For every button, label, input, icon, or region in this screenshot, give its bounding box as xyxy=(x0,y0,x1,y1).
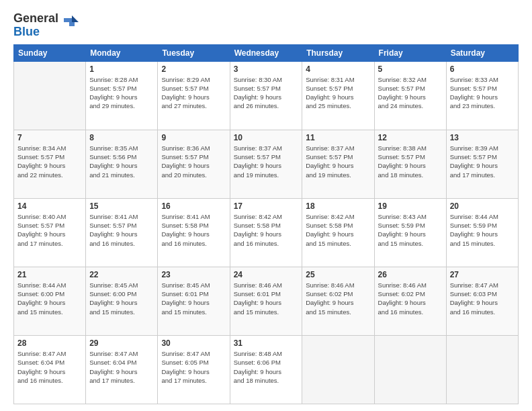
day-info: Sunrise: 8:28 AMSunset: 5:57 PMDaylight:… xyxy=(89,75,154,111)
day-info: Sunrise: 8:38 AMSunset: 5:57 PMDaylight:… xyxy=(378,144,443,179)
day-info: Sunrise: 8:34 AMSunset: 5:57 PMDaylight:… xyxy=(17,144,82,179)
day-number: 31 xyxy=(234,338,299,348)
day-info: Sunrise: 8:47 AMSunset: 6:04 PMDaylight:… xyxy=(17,349,82,385)
day-number: 25 xyxy=(306,270,370,279)
calendar-cell: 4Sunrise: 8:31 AMSunset: 5:57 PMDaylight… xyxy=(302,61,374,130)
day-info: Sunrise: 8:46 AMSunset: 6:02 PMDaylight:… xyxy=(306,281,370,316)
day-number: 11 xyxy=(306,133,370,142)
calendar-cell xyxy=(446,335,518,404)
day-number: 23 xyxy=(161,270,226,279)
day-info: Sunrise: 8:36 AMSunset: 5:57 PMDaylight:… xyxy=(161,144,226,179)
day-info: Sunrise: 8:41 AMSunset: 5:58 PMDaylight:… xyxy=(161,212,226,248)
calendar-cell: 17Sunrise: 8:42 AMSunset: 5:58 PMDayligh… xyxy=(230,198,302,267)
day-number: 26 xyxy=(378,270,443,279)
day-number: 20 xyxy=(450,201,515,211)
day-info: Sunrise: 8:42 AMSunset: 5:58 PMDaylight:… xyxy=(234,212,299,248)
day-number: 18 xyxy=(306,201,370,211)
calendar-cell xyxy=(374,335,446,404)
day-info: Sunrise: 8:41 AMSunset: 5:57 PMDaylight:… xyxy=(89,212,154,248)
day-number: 2 xyxy=(161,64,226,74)
day-info: Sunrise: 8:44 AMSunset: 5:59 PMDaylight:… xyxy=(450,212,515,248)
day-number: 8 xyxy=(89,133,154,142)
week-row-1: 7Sunrise: 8:34 AMSunset: 5:57 PMDaylight… xyxy=(14,130,519,198)
day-number: 10 xyxy=(234,133,299,142)
calendar-cell: 5Sunrise: 8:32 AMSunset: 5:57 PMDaylight… xyxy=(374,61,446,130)
day-number: 14 xyxy=(17,201,82,211)
day-number: 21 xyxy=(17,270,82,279)
calendar-cell: 6Sunrise: 8:33 AMSunset: 5:57 PMDaylight… xyxy=(446,61,518,130)
calendar-cell: 3Sunrise: 8:30 AMSunset: 5:57 PMDaylight… xyxy=(230,61,302,130)
calendar-cell: 10Sunrise: 8:37 AMSunset: 5:57 PMDayligh… xyxy=(230,130,302,198)
calendar-cell: 21Sunrise: 8:44 AMSunset: 6:00 PMDayligh… xyxy=(14,267,86,335)
calendar-cell: 15Sunrise: 8:41 AMSunset: 5:57 PMDayligh… xyxy=(86,198,158,267)
day-info: Sunrise: 8:33 AMSunset: 5:57 PMDaylight:… xyxy=(450,75,515,111)
calendar-cell: 16Sunrise: 8:41 AMSunset: 5:58 PMDayligh… xyxy=(158,198,230,267)
weekday-header-monday: Monday xyxy=(86,44,158,61)
calendar-cell: 23Sunrise: 8:45 AMSunset: 6:01 PMDayligh… xyxy=(158,267,230,335)
day-info: Sunrise: 8:44 AMSunset: 6:00 PMDaylight:… xyxy=(17,281,82,316)
calendar-cell: 7Sunrise: 8:34 AMSunset: 5:57 PMDaylight… xyxy=(14,130,86,198)
day-number: 17 xyxy=(234,201,299,211)
day-info: Sunrise: 8:42 AMSunset: 5:58 PMDaylight:… xyxy=(306,212,370,248)
calendar-cell: 29Sunrise: 8:47 AMSunset: 6:04 PMDayligh… xyxy=(86,335,158,404)
week-row-4: 28Sunrise: 8:47 AMSunset: 6:04 PMDayligh… xyxy=(14,335,519,404)
day-number: 15 xyxy=(89,201,154,211)
day-info: Sunrise: 8:47 AMSunset: 6:03 PMDaylight:… xyxy=(450,281,515,316)
calendar-cell: 25Sunrise: 8:46 AMSunset: 6:02 PMDayligh… xyxy=(302,267,374,335)
weekday-header-friday: Friday xyxy=(374,44,446,61)
day-number: 5 xyxy=(378,64,443,74)
day-number: 27 xyxy=(450,270,515,279)
day-info: Sunrise: 8:45 AMSunset: 6:01 PMDaylight:… xyxy=(161,281,226,316)
day-info: Sunrise: 8:37 AMSunset: 5:57 PMDaylight:… xyxy=(306,144,370,179)
calendar-cell: 28Sunrise: 8:47 AMSunset: 6:04 PMDayligh… xyxy=(14,335,86,404)
logo-blue: Blue xyxy=(13,25,40,38)
day-number: 13 xyxy=(450,133,515,142)
day-info: Sunrise: 8:43 AMSunset: 5:59 PMDaylight:… xyxy=(378,212,443,248)
day-number: 28 xyxy=(17,338,82,348)
calendar-cell: 8Sunrise: 8:35 AMSunset: 5:56 PMDaylight… xyxy=(86,130,158,198)
calendar: SundayMondayTuesdayWednesdayThursdayFrid… xyxy=(13,44,519,404)
day-number: 30 xyxy=(161,338,226,348)
calendar-cell: 26Sunrise: 8:46 AMSunset: 6:02 PMDayligh… xyxy=(374,267,446,335)
calendar-cell: 11Sunrise: 8:37 AMSunset: 5:57 PMDayligh… xyxy=(302,130,374,198)
day-number: 24 xyxy=(234,270,299,279)
calendar-cell xyxy=(14,61,86,130)
calendar-cell: 31Sunrise: 8:48 AMSunset: 6:06 PMDayligh… xyxy=(230,335,302,404)
calendar-cell: 24Sunrise: 8:46 AMSunset: 6:01 PMDayligh… xyxy=(230,267,302,335)
day-info: Sunrise: 8:30 AMSunset: 5:57 PMDaylight:… xyxy=(234,75,299,111)
weekday-header-saturday: Saturday xyxy=(446,44,518,61)
day-number: 12 xyxy=(378,133,443,142)
calendar-cell: 19Sunrise: 8:43 AMSunset: 5:59 PMDayligh… xyxy=(374,198,446,267)
calendar-cell: 18Sunrise: 8:42 AMSunset: 5:58 PMDayligh… xyxy=(302,198,374,267)
day-info: Sunrise: 8:46 AMSunset: 6:02 PMDaylight:… xyxy=(378,281,443,316)
day-number: 29 xyxy=(89,338,154,348)
weekday-header-wednesday: Wednesday xyxy=(230,44,302,61)
day-number: 22 xyxy=(89,270,154,279)
svg-marker-1 xyxy=(72,15,79,22)
day-info: Sunrise: 8:48 AMSunset: 6:06 PMDaylight:… xyxy=(234,349,299,385)
logo: General Blue xyxy=(13,12,79,39)
calendar-cell: 13Sunrise: 8:39 AMSunset: 5:57 PMDayligh… xyxy=(446,130,518,198)
calendar-cell: 22Sunrise: 8:45 AMSunset: 6:00 PMDayligh… xyxy=(86,267,158,335)
calendar-cell: 30Sunrise: 8:47 AMSunset: 6:05 PMDayligh… xyxy=(158,335,230,404)
header: General Blue xyxy=(13,12,519,39)
week-row-2: 14Sunrise: 8:40 AMSunset: 5:57 PMDayligh… xyxy=(14,198,519,267)
weekday-header-sunday: Sunday xyxy=(14,44,86,61)
day-info: Sunrise: 8:35 AMSunset: 5:56 PMDaylight:… xyxy=(89,144,154,179)
calendar-cell: 1Sunrise: 8:28 AMSunset: 5:57 PMDaylight… xyxy=(86,61,158,130)
weekday-header-tuesday: Tuesday xyxy=(158,44,230,61)
week-row-3: 21Sunrise: 8:44 AMSunset: 6:00 PMDayligh… xyxy=(14,267,519,335)
day-number: 3 xyxy=(234,64,299,74)
day-number: 7 xyxy=(17,133,82,142)
day-info: Sunrise: 8:47 AMSunset: 6:05 PMDaylight:… xyxy=(161,349,226,385)
week-row-0: 1Sunrise: 8:28 AMSunset: 5:57 PMDaylight… xyxy=(14,61,519,130)
logo-text: General Blue xyxy=(13,12,58,39)
calendar-cell: 14Sunrise: 8:40 AMSunset: 5:57 PMDayligh… xyxy=(14,198,86,267)
day-info: Sunrise: 8:45 AMSunset: 6:00 PMDaylight:… xyxy=(89,281,154,316)
calendar-cell xyxy=(302,335,374,404)
calendar-cell: 2Sunrise: 8:29 AMSunset: 5:57 PMDaylight… xyxy=(158,61,230,130)
day-info: Sunrise: 8:46 AMSunset: 6:01 PMDaylight:… xyxy=(234,281,299,316)
day-info: Sunrise: 8:29 AMSunset: 5:57 PMDaylight:… xyxy=(161,75,226,111)
calendar-cell: 27Sunrise: 8:47 AMSunset: 6:03 PMDayligh… xyxy=(446,267,518,335)
day-info: Sunrise: 8:32 AMSunset: 5:57 PMDaylight:… xyxy=(378,75,443,111)
